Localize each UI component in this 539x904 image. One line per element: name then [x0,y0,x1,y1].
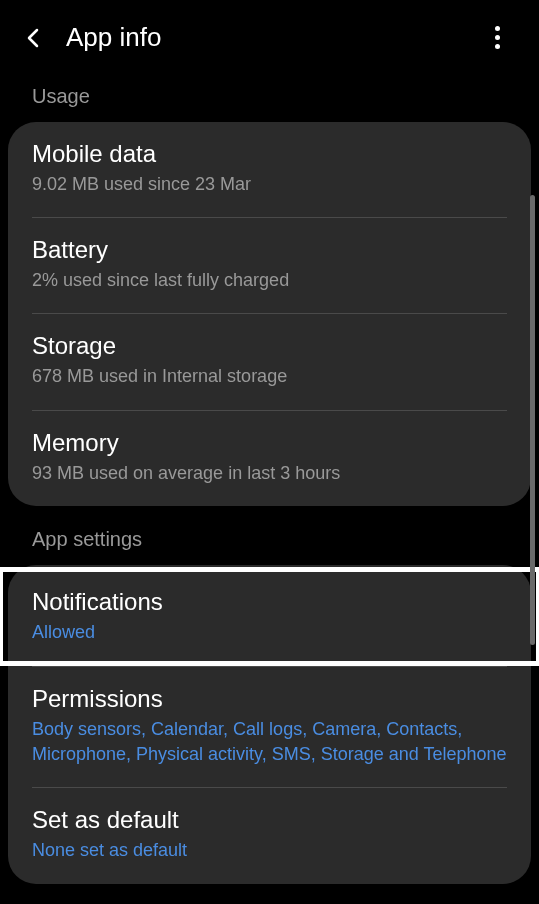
set-as-default-subtitle: None set as default [32,838,507,863]
storage-title: Storage [32,332,507,360]
app-header: App info [0,0,539,75]
app-settings-section-header: App settings [0,506,539,565]
mobile-data-subtitle: 9.02 MB used since 23 Mar [32,172,507,197]
permissions-item[interactable]: Permissions Body sensors, Calendar, Call… [8,667,531,787]
usage-section-header: Usage [0,75,539,122]
mobile-data-item[interactable]: Mobile data 9.02 MB used since 23 Mar [8,122,531,217]
notifications-subtitle: Allowed [32,620,507,645]
memory-item[interactable]: Memory 93 MB used on average in last 3 h… [8,411,531,506]
permissions-title: Permissions [32,685,507,713]
memory-subtitle: 93 MB used on average in last 3 hours [32,461,507,486]
memory-title: Memory [32,429,507,457]
battery-title: Battery [32,236,507,264]
more-options-icon[interactable] [485,26,509,50]
page-title: App info [66,22,485,53]
scrollbar[interactable] [530,195,535,645]
storage-subtitle: 678 MB used in Internal storage [32,364,507,389]
permissions-subtitle: Body sensors, Calendar, Call logs, Camer… [32,717,507,767]
notifications-item[interactable]: Notifications Allowed [0,567,539,666]
set-as-default-item[interactable]: Set as default None set as default [8,788,531,883]
notifications-title: Notifications [32,588,507,616]
back-icon[interactable] [20,24,48,52]
battery-item[interactable]: Battery 2% used since last fully charged [8,218,531,313]
usage-card: Mobile data 9.02 MB used since 23 Mar Ba… [8,122,531,506]
storage-item[interactable]: Storage 678 MB used in Internal storage [8,314,531,409]
mobile-data-title: Mobile data [32,140,507,168]
battery-subtitle: 2% used since last fully charged [32,268,507,293]
set-as-default-title: Set as default [32,806,507,834]
app-settings-card: Notifications Allowed Permissions Body s… [8,565,531,884]
